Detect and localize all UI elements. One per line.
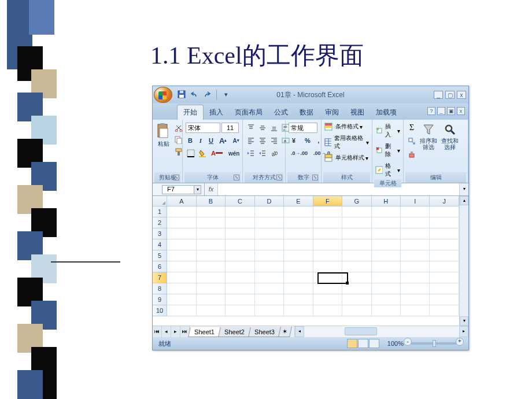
col-header[interactable]: J: [430, 196, 459, 206]
cell[interactable]: [342, 261, 371, 272]
tab-pagelayout[interactable]: 页面布局: [229, 105, 268, 120]
new-sheet-button[interactable]: ✶: [278, 327, 292, 337]
cell[interactable]: [226, 283, 254, 294]
currency-button[interactable]: ¥: [289, 135, 301, 146]
row-header[interactable]: 7: [153, 272, 167, 283]
row-header[interactable]: 6: [153, 261, 167, 272]
cell[interactable]: [226, 305, 254, 316]
view-pagelayout-button[interactable]: [358, 339, 368, 348]
cell[interactable]: [167, 206, 196, 217]
cell[interactable]: [430, 217, 459, 228]
cell[interactable]: [255, 206, 284, 217]
cell[interactable]: [401, 250, 430, 261]
cell[interactable]: [284, 305, 313, 316]
cell[interactable]: [430, 239, 459, 250]
font-color-button[interactable]: A: [209, 148, 225, 158]
col-header[interactable]: A: [167, 196, 196, 206]
cell[interactable]: [342, 305, 371, 316]
cell[interactable]: [197, 217, 226, 228]
view-normal-button[interactable]: [347, 339, 357, 348]
sheet-tab[interactable]: Sheet3: [248, 327, 280, 337]
zoom-slider[interactable]: [411, 342, 457, 345]
format-cells-button[interactable]: 格式▾: [375, 162, 400, 178]
row-header[interactable]: 3: [153, 228, 167, 239]
cell[interactable]: [313, 206, 342, 217]
cell[interactable]: [401, 305, 430, 316]
cell[interactable]: [401, 217, 430, 228]
cell[interactable]: [401, 206, 430, 217]
cell[interactable]: [284, 206, 313, 217]
cell[interactable]: [284, 261, 313, 272]
cell[interactable]: [372, 283, 401, 294]
format-as-table-button[interactable]: 套用表格格式▾: [324, 134, 369, 150]
cell[interactable]: [255, 305, 284, 316]
cell[interactable]: [167, 261, 196, 272]
tab-view[interactable]: 视图: [345, 105, 370, 120]
cell[interactable]: [167, 239, 196, 250]
align-middle-icon[interactable]: [257, 123, 268, 133]
cell[interactable]: [313, 261, 342, 272]
maximize-button[interactable]: ▢: [445, 91, 455, 99]
col-header[interactable]: C: [226, 196, 254, 206]
cell[interactable]: [401, 283, 430, 294]
office-button[interactable]: [154, 87, 172, 103]
phonetic-button[interactable]: wén: [226, 148, 242, 158]
font-name-select[interactable]: 宋体: [186, 123, 220, 133]
cell[interactable]: [313, 250, 342, 261]
row-header[interactable]: 1: [153, 206, 167, 217]
cell[interactable]: [197, 294, 226, 305]
cell[interactable]: [197, 283, 226, 294]
cell[interactable]: [342, 239, 371, 250]
cell-styles-button[interactable]: 单元格样式▾: [324, 154, 369, 162]
sheet-nav-first[interactable]: ⏮: [153, 326, 162, 337]
tab-addins[interactable]: 加载项: [370, 105, 402, 120]
scroll-right-button[interactable]: ▸: [459, 326, 468, 337]
cell[interactable]: [401, 294, 430, 305]
cell[interactable]: [342, 206, 371, 217]
col-header[interactable]: H: [372, 196, 401, 206]
align-bottom-icon[interactable]: [269, 123, 279, 133]
cell[interactable]: [372, 250, 401, 261]
cell[interactable]: [255, 261, 284, 272]
cell[interactable]: [284, 283, 313, 294]
cell[interactable]: [372, 305, 401, 316]
cell[interactable]: [342, 217, 371, 228]
cell[interactable]: [372, 239, 401, 250]
decrease-indent-icon[interactable]: [246, 148, 256, 158]
cell[interactable]: [372, 294, 401, 305]
row-header[interactable]: 9: [153, 294, 167, 305]
number-format-select[interactable]: 常规: [289, 123, 317, 133]
launcher-align[interactable]: ⤡: [276, 175, 282, 180]
name-box[interactable]: F7: [162, 185, 194, 194]
cell[interactable]: [226, 206, 254, 217]
cell[interactable]: [313, 294, 342, 305]
cell[interactable]: [342, 228, 371, 239]
clear-icon[interactable]: [407, 149, 417, 160]
cell[interactable]: [430, 250, 459, 261]
col-header[interactable]: G: [342, 196, 371, 206]
fill-color-button[interactable]: [197, 148, 208, 158]
launcher-font[interactable]: ⤡: [234, 175, 239, 180]
cell[interactable]: [342, 250, 371, 261]
help-button[interactable]: ?: [427, 107, 435, 115]
cell[interactable]: [284, 228, 313, 239]
cell[interactable]: [167, 272, 196, 283]
cell[interactable]: [255, 239, 284, 250]
cell[interactable]: [372, 217, 401, 228]
cell[interactable]: [284, 250, 313, 261]
row-header[interactable]: 4: [153, 239, 167, 250]
cell[interactable]: [430, 261, 459, 272]
cell[interactable]: [372, 206, 401, 217]
cell[interactable]: [167, 305, 196, 316]
align-top-icon[interactable]: [246, 123, 256, 133]
cell[interactable]: [284, 272, 313, 283]
name-box-dropdown[interactable]: ▾: [194, 185, 201, 194]
cell[interactable]: [401, 272, 430, 283]
cell[interactable]: [226, 272, 254, 283]
row-header[interactable]: 2: [153, 217, 167, 228]
cell[interactable]: [255, 217, 284, 228]
scroll-left-button[interactable]: ◂: [295, 326, 304, 337]
border-button[interactable]: [186, 148, 196, 158]
launcher-number[interactable]: ⤡: [312, 175, 318, 180]
col-header-selected[interactable]: F: [313, 196, 342, 206]
